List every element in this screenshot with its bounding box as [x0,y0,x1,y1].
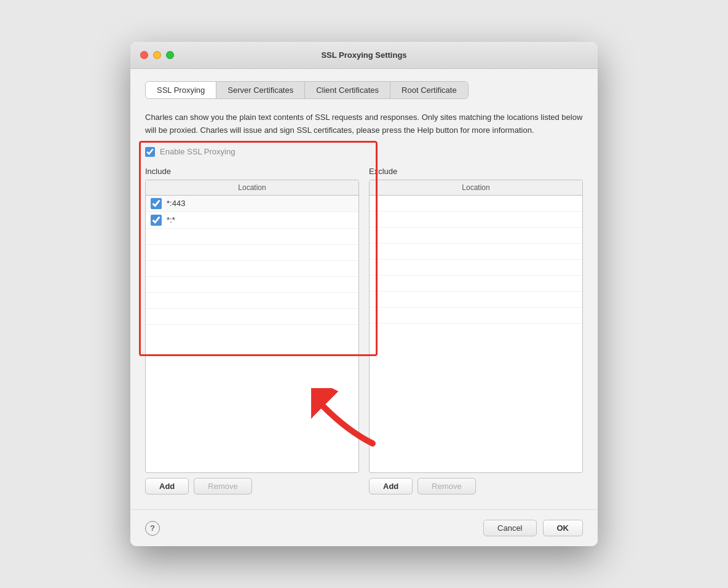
empty-row [146,309,358,325]
include-row-0-checkbox[interactable] [151,198,162,209]
exclude-remove-button[interactable]: Remove [417,478,475,495]
description-text: Charles can show you the plain text cont… [145,111,583,137]
empty-row [370,244,582,260]
minimize-button[interactable] [153,51,161,59]
enable-ssl-checkbox[interactable] [145,147,155,157]
maximize-button[interactable] [166,51,174,59]
include-add-button[interactable]: Add [145,478,189,495]
include-row-1-value: *:* [167,215,175,224]
include-button-row: Add Remove [145,478,359,495]
include-table: Location *:443 *:* [145,180,359,473]
empty-row [146,293,358,309]
help-button[interactable]: ? [145,521,160,536]
include-row-1-checkbox[interactable] [151,215,162,226]
include-remove-button[interactable]: Remove [194,478,251,495]
empty-row [370,212,582,228]
exclude-section: Exclude Location Add Remove [369,167,583,495]
tab-bar: SSL Proxying Server Certificates Client … [145,81,469,99]
tab-server-certificates[interactable]: Server Certificates [216,82,305,98]
window-title: SSL Proxying Settings [321,50,406,60]
titlebar: SSL Proxying Settings [130,42,598,69]
main-window: SSL Proxying Settings SSL Proxying Serve… [130,42,598,546]
tables-area: Include Location *:443 *:* [145,167,583,495]
include-row-0-value: *:443 [167,199,185,208]
empty-row [370,292,582,308]
close-button[interactable] [140,51,148,59]
include-label: Include [145,167,359,176]
empty-row [370,260,582,276]
empty-row [370,308,582,324]
exclude-button-row: Add Remove [369,478,583,495]
table-row: *:443 [146,196,358,212]
empty-row [146,245,358,261]
empty-row [146,229,358,245]
cancel-button[interactable]: Cancel [483,520,536,536]
enable-ssl-checkbox-row: Enable SSL Proxying [145,147,583,157]
include-section: Include Location *:443 *:* [145,167,359,495]
content-area: SSL Proxying Server Certificates Client … [130,69,598,509]
bottom-bar: ? Cancel OK [130,509,598,546]
tab-root-certificate[interactable]: Root Certificate [390,82,468,98]
traffic-lights [140,51,174,59]
tab-client-certificates[interactable]: Client Certificates [305,82,390,98]
empty-row [370,276,582,292]
ok-button[interactable]: OK [543,520,584,536]
exclude-column-header: Location [370,180,582,196]
main-area: Enable SSL Proxying Include Location *:4… [145,147,583,495]
empty-row [146,261,358,277]
empty-row [146,277,358,293]
exclude-add-button[interactable]: Add [369,478,413,495]
tab-ssl-proxying[interactable]: SSL Proxying [146,82,216,98]
exclude-label: Exclude [369,167,583,176]
exclude-table: Location [369,180,583,473]
empty-row [370,196,582,212]
empty-row [370,228,582,244]
enable-ssl-label: Enable SSL Proxying [160,147,235,156]
table-row: *:* [146,212,358,229]
include-column-header: Location [146,180,358,196]
bottom-right-buttons: Cancel OK [483,520,583,536]
